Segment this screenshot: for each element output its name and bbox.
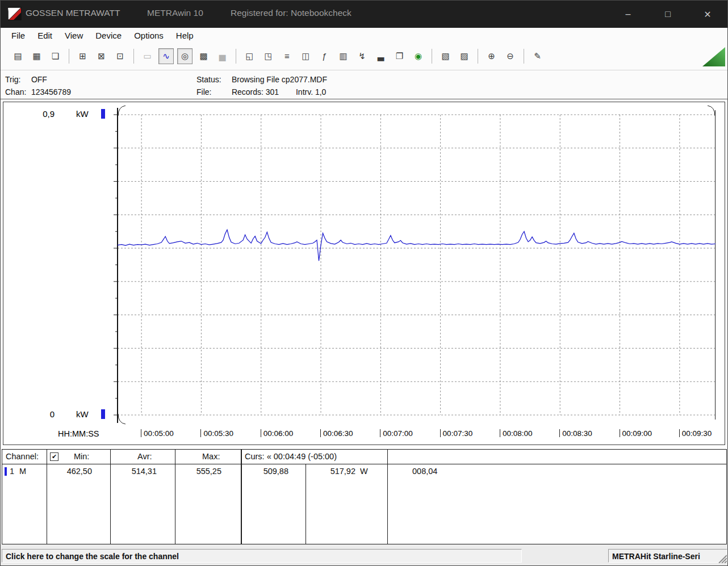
device-setup-icon[interactable]: ⊞ xyxy=(75,48,90,64)
x-axis-tick-label: 00:05:00 xyxy=(141,429,174,438)
status-value: Browsing File cp2077.MDF xyxy=(232,75,327,84)
status-panel: Trig: OFF Chan: 123456789 Status: Browsi… xyxy=(1,70,727,99)
new-session-icon[interactable]: ▤ xyxy=(10,48,26,64)
channel-scale-marker-top[interactable] xyxy=(101,109,105,119)
toolbar: ▤▦❏⊞⊠⊡▭∿◎▩▅◱◳≡◫ƒ▥↯▃❐◉▧▨⊕⊖✎ xyxy=(1,44,727,70)
formula-icon[interactable]: ƒ xyxy=(317,48,332,64)
device-readout-icon[interactable]: ⊡ xyxy=(112,48,128,64)
chan-value: 123456789 xyxy=(31,87,71,97)
table-divider xyxy=(306,464,306,544)
annotation-icon[interactable]: ✎ xyxy=(530,48,545,64)
tick-mark xyxy=(500,429,500,437)
app-window: GOSSEN METRAWATT METRAwin 10 Registered … xyxy=(0,0,728,566)
save-file-icon[interactable]: ▦ xyxy=(29,48,44,64)
x-axis-tick-label: 00:09:30 xyxy=(679,429,712,438)
open-file-icon[interactable]: ❏ xyxy=(48,48,63,64)
chart-area: 0,9 kW 0 kW HH:MM:SS 00:05:0000:05:3000:… xyxy=(3,102,725,445)
envelope-signal-icon[interactable]: ▃ xyxy=(373,48,388,64)
value-unit: W xyxy=(360,467,368,476)
power-chart-plot[interactable] xyxy=(118,115,716,415)
channel-number[interactable]: 1 xyxy=(10,467,14,476)
copy-icon[interactable]: ❐ xyxy=(392,48,407,64)
monitor-view-icon[interactable]: ◫ xyxy=(298,48,313,64)
sample-signal-icon[interactable]: ↯ xyxy=(354,48,370,64)
tick-mark xyxy=(380,429,380,437)
x-axis-tick-labels: 00:05:0000:05:3000:06:0000:06:3000:07:00… xyxy=(3,428,726,442)
y-axis-unit-top: kW xyxy=(76,109,89,119)
table-divider xyxy=(110,450,111,544)
registered-for: Registered for: Notebookcheck xyxy=(231,8,352,18)
trig-value: OFF xyxy=(31,75,47,84)
tick-mark xyxy=(141,429,141,437)
online-mode-icon[interactable]: ◉ xyxy=(411,48,426,64)
trig-label: Trig: xyxy=(5,73,29,86)
tick-mark xyxy=(261,429,261,437)
pc-transfer-icon[interactable]: ▥ xyxy=(336,48,351,64)
channel-mode: M xyxy=(19,467,26,476)
tick-mark xyxy=(679,429,680,437)
file-status-info: Status: Browsing File cp2077.MDF File: R… xyxy=(196,73,327,98)
resize-grip[interactable] xyxy=(716,552,727,565)
channel-scale-marker-bottom[interactable] xyxy=(101,409,105,419)
table-divider xyxy=(241,450,242,544)
menu-edit[interactable]: Edit xyxy=(31,28,58,44)
status-bar: Click here to change the scale for the c… xyxy=(1,544,727,566)
toolbar-separator xyxy=(236,49,236,64)
toolbar-buttons: ▤▦❏⊞⊠⊡▭∿◎▩▅◱◳≡◫ƒ▥↯▃❐◉▧▨⊕⊖✎ xyxy=(9,47,547,66)
maximize-icon[interactable]: □ xyxy=(648,1,688,28)
chan-label: Chan: xyxy=(5,86,29,98)
x-axis-tick-label: 00:08:00 xyxy=(500,429,533,438)
channel-visible-checkbox[interactable]: ✔ xyxy=(50,452,58,461)
menu-device[interactable]: Device xyxy=(89,28,128,44)
table-view-icon[interactable]: ▩ xyxy=(196,48,211,64)
statusbar-hint[interactable]: Click here to change the scale for the c… xyxy=(2,549,522,563)
x-axis-tick-label: 00:07:00 xyxy=(380,429,413,438)
channel-color-marker xyxy=(5,467,7,476)
minimize-icon[interactable]: – xyxy=(608,1,648,28)
yt-chart-view-icon[interactable]: ∿ xyxy=(158,48,174,64)
device-memory-icon[interactable]: ⊠ xyxy=(94,48,109,64)
table-header-divider xyxy=(2,464,726,464)
brand-name: GOSSEN METRAWATT xyxy=(26,8,120,18)
gossen-metrawatt-logo-icon xyxy=(8,7,22,23)
x-axis-tick-label: 00:05:30 xyxy=(200,429,233,438)
app-title: METRAwin 10 xyxy=(147,8,203,18)
table-divider xyxy=(47,450,47,544)
col-header-channel: Channel: xyxy=(6,452,39,461)
export-data-icon[interactable]: ◳ xyxy=(261,48,276,64)
toolbar-separator xyxy=(133,49,134,64)
tick-mark xyxy=(440,429,441,437)
menu-file[interactable]: File xyxy=(5,28,31,44)
value-list-icon[interactable]: ≡ xyxy=(279,48,295,64)
value-cursor-a: 509,88 xyxy=(243,467,288,476)
x-axis-tick-label: 00:06:00 xyxy=(261,429,294,438)
value-delta: 008,04 xyxy=(412,467,437,476)
menu-options[interactable]: Options xyxy=(128,28,170,44)
zoom-in-icon[interactable]: ⊕ xyxy=(484,48,499,64)
export-chart-icon[interactable]: ◱ xyxy=(242,48,257,64)
xy-view-icon[interactable]: ◎ xyxy=(177,48,193,64)
menu-help[interactable]: Help xyxy=(170,28,200,44)
close-icon[interactable]: ✕ xyxy=(688,1,727,28)
x-axis-tick-label: 00:06:30 xyxy=(320,429,353,438)
tick-mark xyxy=(559,429,560,437)
print-preview-icon[interactable]: ▧ xyxy=(438,48,453,64)
file-interval: Intrv. 1,0 xyxy=(296,87,326,97)
y-axis-unit-bottom: kW xyxy=(76,409,89,419)
zoom-out-icon[interactable]: ⊖ xyxy=(503,48,518,64)
col-header-min: Min: xyxy=(74,452,89,461)
toolbar-separator xyxy=(524,49,524,64)
statusbar-device: METRAHit Starline-Seri xyxy=(608,549,727,563)
print-icon[interactable]: ▨ xyxy=(457,48,472,64)
col-header-avr: Avr: xyxy=(137,452,152,461)
value-max: 555,25 xyxy=(178,467,221,476)
toolbar-separator xyxy=(478,49,478,64)
col-header-max: Max: xyxy=(202,452,220,461)
multimeter-display-icon: ▭ xyxy=(140,48,155,64)
menu-view[interactable]: View xyxy=(58,28,89,44)
power-series-line xyxy=(118,230,716,261)
connection-status-triangle-icon xyxy=(702,47,725,69)
value-min: 462,50 xyxy=(49,467,92,476)
status-label: Status: xyxy=(196,73,229,86)
table-divider xyxy=(175,450,175,544)
